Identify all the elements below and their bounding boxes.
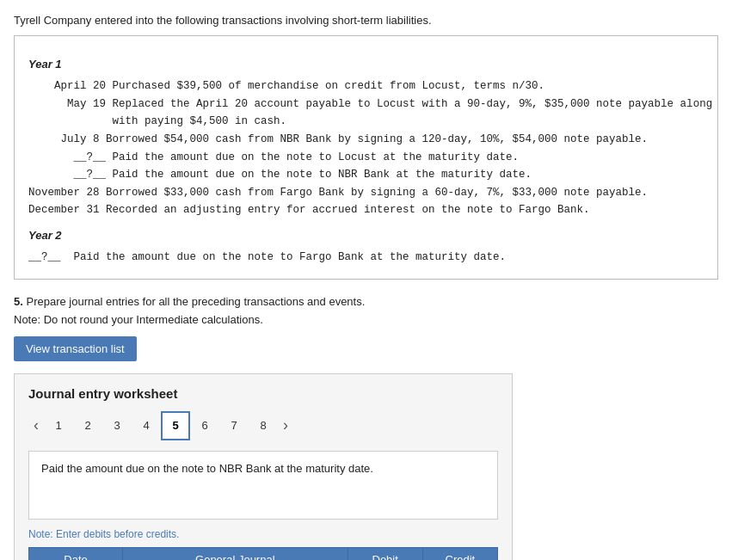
problem-intro: Tyrell Company entered into the followin… — [14, 14, 718, 27]
instruction-num: 5. — [14, 295, 23, 308]
col-header-debit: Debit — [348, 547, 422, 560]
year2-label: Year 2 — [28, 226, 704, 245]
instruction-text: Prepare journal entries for all the prec… — [26, 295, 365, 308]
col-header-credit: Credit — [422, 547, 497, 560]
tab-next-arrow[interactable]: › — [278, 415, 293, 436]
transactions-year2: __?__ Paid the amount due on the note to… — [28, 249, 704, 267]
tab-1[interactable]: 1 — [44, 411, 73, 440]
journal-table: Date General Journal Debit Credit Novemb… — [28, 547, 498, 560]
tab-prev-arrow[interactable]: ‹ — [28, 415, 44, 436]
transaction-description: Paid the amount due on the note to NBR B… — [28, 451, 498, 520]
problem-box: Year 1 April 20 Purchased $39,500 of mer… — [14, 35, 718, 280]
tab-8[interactable]: 8 — [249, 411, 278, 440]
tab-navigation: ‹ 1 2 3 4 5 6 7 8 › — [28, 411, 498, 440]
view-transaction-list-button[interactable]: View transaction list — [14, 336, 137, 361]
transactions-year1: April 20 Purchased $39,500 of merchandis… — [28, 77, 704, 219]
note-instruction: Note: Do not round your Intermediate cal… — [14, 313, 718, 326]
instruction: 5. Prepare journal entries for all the p… — [14, 295, 718, 308]
col-header-date: Date — [29, 547, 123, 560]
worksheet-title: Journal entry worksheet — [28, 386, 498, 401]
col-header-gj: General Journal — [123, 547, 348, 560]
note-text: Note: Do not round your Intermediate cal… — [14, 313, 263, 326]
tab-4[interactable]: 4 — [132, 411, 161, 440]
tab-5[interactable]: 5 — [161, 411, 190, 440]
tab-6[interactable]: 6 — [190, 411, 219, 440]
tab-2[interactable]: 2 — [73, 411, 102, 440]
year1-label: Year 1 — [28, 55, 704, 74]
tab-7[interactable]: 7 — [219, 411, 249, 440]
note-enter-debits: Note: Enter debits before credits. — [28, 528, 498, 540]
tab-3[interactable]: 3 — [102, 411, 132, 440]
journal-entry-worksheet: Journal entry worksheet ‹ 1 2 3 4 5 6 7 … — [14, 373, 513, 560]
